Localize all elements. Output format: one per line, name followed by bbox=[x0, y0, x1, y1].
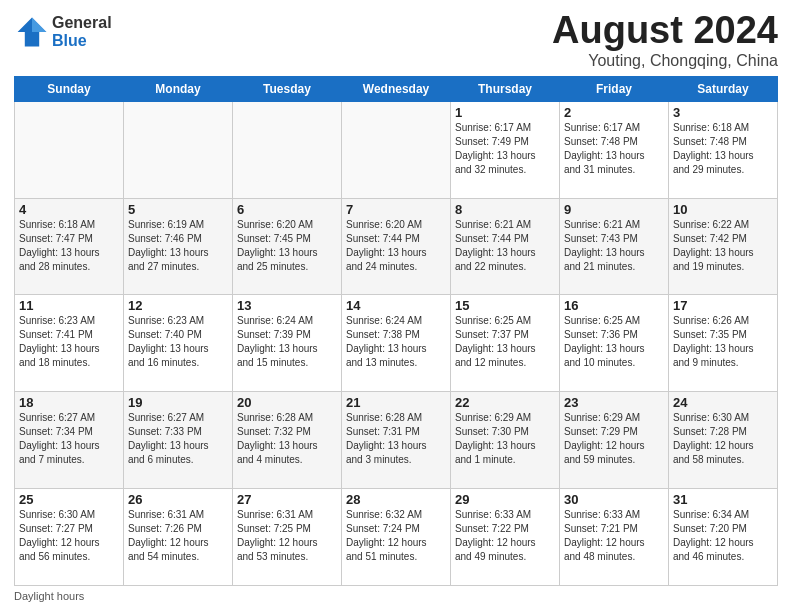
calendar-cell: 4Sunrise: 6:18 AM Sunset: 7:47 PM Daylig… bbox=[15, 198, 124, 295]
day-number: 14 bbox=[346, 298, 446, 313]
day-info: Sunrise: 6:34 AM Sunset: 7:20 PM Dayligh… bbox=[673, 508, 773, 564]
day-info: Sunrise: 6:17 AM Sunset: 7:49 PM Dayligh… bbox=[455, 121, 555, 177]
day-number: 27 bbox=[237, 492, 337, 507]
day-number: 1 bbox=[455, 105, 555, 120]
calendar-cell: 1Sunrise: 6:17 AM Sunset: 7:49 PM Daylig… bbox=[451, 101, 560, 198]
calendar-week-4: 18Sunrise: 6:27 AM Sunset: 7:34 PM Dayli… bbox=[15, 392, 778, 489]
day-info: Sunrise: 6:25 AM Sunset: 7:37 PM Dayligh… bbox=[455, 314, 555, 370]
calendar-cell: 3Sunrise: 6:18 AM Sunset: 7:48 PM Daylig… bbox=[669, 101, 778, 198]
day-number: 9 bbox=[564, 202, 664, 217]
day-info: Sunrise: 6:24 AM Sunset: 7:39 PM Dayligh… bbox=[237, 314, 337, 370]
day-info: Sunrise: 6:29 AM Sunset: 7:30 PM Dayligh… bbox=[455, 411, 555, 467]
day-info: Sunrise: 6:28 AM Sunset: 7:32 PM Dayligh… bbox=[237, 411, 337, 467]
title-location: Youting, Chongqing, China bbox=[552, 52, 778, 70]
day-info: Sunrise: 6:27 AM Sunset: 7:34 PM Dayligh… bbox=[19, 411, 119, 467]
day-number: 13 bbox=[237, 298, 337, 313]
day-info: Sunrise: 6:30 AM Sunset: 7:28 PM Dayligh… bbox=[673, 411, 773, 467]
day-number: 4 bbox=[19, 202, 119, 217]
calendar-cell bbox=[124, 101, 233, 198]
calendar-cell: 26Sunrise: 6:31 AM Sunset: 7:26 PM Dayli… bbox=[124, 489, 233, 586]
calendar-cell: 7Sunrise: 6:20 AM Sunset: 7:44 PM Daylig… bbox=[342, 198, 451, 295]
day-number: 20 bbox=[237, 395, 337, 410]
calendar-cell: 16Sunrise: 6:25 AM Sunset: 7:36 PM Dayli… bbox=[560, 295, 669, 392]
col-header-monday: Monday bbox=[124, 76, 233, 101]
day-number: 17 bbox=[673, 298, 773, 313]
day-info: Sunrise: 6:21 AM Sunset: 7:44 PM Dayligh… bbox=[455, 218, 555, 274]
day-info: Sunrise: 6:26 AM Sunset: 7:35 PM Dayligh… bbox=[673, 314, 773, 370]
logo-text: General Blue bbox=[52, 14, 112, 49]
col-header-sunday: Sunday bbox=[15, 76, 124, 101]
col-header-thursday: Thursday bbox=[451, 76, 560, 101]
day-info: Sunrise: 6:21 AM Sunset: 7:43 PM Dayligh… bbox=[564, 218, 664, 274]
day-number: 31 bbox=[673, 492, 773, 507]
day-number: 3 bbox=[673, 105, 773, 120]
day-info: Sunrise: 6:31 AM Sunset: 7:25 PM Dayligh… bbox=[237, 508, 337, 564]
calendar-week-5: 25Sunrise: 6:30 AM Sunset: 7:27 PM Dayli… bbox=[15, 489, 778, 586]
calendar-cell: 15Sunrise: 6:25 AM Sunset: 7:37 PM Dayli… bbox=[451, 295, 560, 392]
logo-icon bbox=[14, 14, 50, 50]
day-number: 10 bbox=[673, 202, 773, 217]
calendar-cell: 11Sunrise: 6:23 AM Sunset: 7:41 PM Dayli… bbox=[15, 295, 124, 392]
calendar-cell: 19Sunrise: 6:27 AM Sunset: 7:33 PM Dayli… bbox=[124, 392, 233, 489]
col-header-friday: Friday bbox=[560, 76, 669, 101]
day-number: 21 bbox=[346, 395, 446, 410]
calendar-cell: 13Sunrise: 6:24 AM Sunset: 7:39 PM Dayli… bbox=[233, 295, 342, 392]
day-number: 22 bbox=[455, 395, 555, 410]
day-number: 15 bbox=[455, 298, 555, 313]
calendar-cell: 14Sunrise: 6:24 AM Sunset: 7:38 PM Dayli… bbox=[342, 295, 451, 392]
day-number: 25 bbox=[19, 492, 119, 507]
day-info: Sunrise: 6:20 AM Sunset: 7:44 PM Dayligh… bbox=[346, 218, 446, 274]
day-info: Sunrise: 6:28 AM Sunset: 7:31 PM Dayligh… bbox=[346, 411, 446, 467]
day-number: 18 bbox=[19, 395, 119, 410]
calendar-cell: 30Sunrise: 6:33 AM Sunset: 7:21 PM Dayli… bbox=[560, 489, 669, 586]
day-info: Sunrise: 6:22 AM Sunset: 7:42 PM Dayligh… bbox=[673, 218, 773, 274]
calendar-cell: 5Sunrise: 6:19 AM Sunset: 7:46 PM Daylig… bbox=[124, 198, 233, 295]
calendar-cell: 21Sunrise: 6:28 AM Sunset: 7:31 PM Dayli… bbox=[342, 392, 451, 489]
logo-general-text: General bbox=[52, 14, 112, 32]
logo: General Blue bbox=[14, 14, 112, 50]
calendar-header-row: SundayMondayTuesdayWednesdayThursdayFrid… bbox=[15, 76, 778, 101]
title-month: August 2024 bbox=[552, 10, 778, 52]
day-number: 8 bbox=[455, 202, 555, 217]
logo-blue-text: Blue bbox=[52, 32, 112, 50]
day-info: Sunrise: 6:20 AM Sunset: 7:45 PM Dayligh… bbox=[237, 218, 337, 274]
day-info: Sunrise: 6:18 AM Sunset: 7:47 PM Dayligh… bbox=[19, 218, 119, 274]
calendar-cell: 25Sunrise: 6:30 AM Sunset: 7:27 PM Dayli… bbox=[15, 489, 124, 586]
day-info: Sunrise: 6:30 AM Sunset: 7:27 PM Dayligh… bbox=[19, 508, 119, 564]
day-number: 16 bbox=[564, 298, 664, 313]
day-number: 5 bbox=[128, 202, 228, 217]
day-info: Sunrise: 6:33 AM Sunset: 7:22 PM Dayligh… bbox=[455, 508, 555, 564]
calendar-cell: 20Sunrise: 6:28 AM Sunset: 7:32 PM Dayli… bbox=[233, 392, 342, 489]
footer-note: Daylight hours bbox=[14, 590, 778, 602]
calendar-cell: 2Sunrise: 6:17 AM Sunset: 7:48 PM Daylig… bbox=[560, 101, 669, 198]
day-number: 19 bbox=[128, 395, 228, 410]
day-info: Sunrise: 6:29 AM Sunset: 7:29 PM Dayligh… bbox=[564, 411, 664, 467]
col-header-saturday: Saturday bbox=[669, 76, 778, 101]
calendar-cell: 10Sunrise: 6:22 AM Sunset: 7:42 PM Dayli… bbox=[669, 198, 778, 295]
day-info: Sunrise: 6:17 AM Sunset: 7:48 PM Dayligh… bbox=[564, 121, 664, 177]
day-number: 12 bbox=[128, 298, 228, 313]
calendar-cell bbox=[15, 101, 124, 198]
calendar-cell: 24Sunrise: 6:30 AM Sunset: 7:28 PM Dayli… bbox=[669, 392, 778, 489]
calendar-cell: 31Sunrise: 6:34 AM Sunset: 7:20 PM Dayli… bbox=[669, 489, 778, 586]
calendar-cell: 27Sunrise: 6:31 AM Sunset: 7:25 PM Dayli… bbox=[233, 489, 342, 586]
calendar-cell bbox=[233, 101, 342, 198]
page: General Blue August 2024 Youting, Chongq… bbox=[0, 0, 792, 612]
day-number: 28 bbox=[346, 492, 446, 507]
day-info: Sunrise: 6:33 AM Sunset: 7:21 PM Dayligh… bbox=[564, 508, 664, 564]
day-number: 30 bbox=[564, 492, 664, 507]
day-number: 23 bbox=[564, 395, 664, 410]
calendar-week-2: 4Sunrise: 6:18 AM Sunset: 7:47 PM Daylig… bbox=[15, 198, 778, 295]
day-info: Sunrise: 6:23 AM Sunset: 7:41 PM Dayligh… bbox=[19, 314, 119, 370]
col-header-wednesday: Wednesday bbox=[342, 76, 451, 101]
day-info: Sunrise: 6:23 AM Sunset: 7:40 PM Dayligh… bbox=[128, 314, 228, 370]
calendar-cell: 8Sunrise: 6:21 AM Sunset: 7:44 PM Daylig… bbox=[451, 198, 560, 295]
day-info: Sunrise: 6:19 AM Sunset: 7:46 PM Dayligh… bbox=[128, 218, 228, 274]
calendar-cell: 6Sunrise: 6:20 AM Sunset: 7:45 PM Daylig… bbox=[233, 198, 342, 295]
calendar-cell: 28Sunrise: 6:32 AM Sunset: 7:24 PM Dayli… bbox=[342, 489, 451, 586]
title-block: August 2024 Youting, Chongqing, China bbox=[552, 10, 778, 70]
day-number: 7 bbox=[346, 202, 446, 217]
day-info: Sunrise: 6:31 AM Sunset: 7:26 PM Dayligh… bbox=[128, 508, 228, 564]
day-number: 6 bbox=[237, 202, 337, 217]
calendar-table: SundayMondayTuesdayWednesdayThursdayFrid… bbox=[14, 76, 778, 586]
